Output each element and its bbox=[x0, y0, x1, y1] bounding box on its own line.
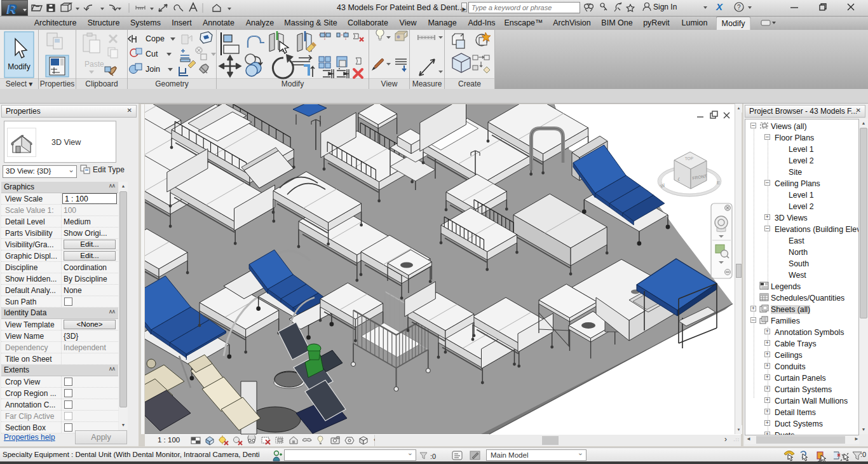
svg-text:Sign In: Sign In bbox=[653, 3, 677, 11]
svg-text:R: R bbox=[8, 2, 17, 16]
svg-text:Cut: Cut bbox=[146, 50, 158, 58]
svg-text:Join: Join bbox=[146, 65, 160, 74]
svg-text:TOP: TOP bbox=[685, 156, 694, 161]
svg-text:Cope: Cope bbox=[146, 34, 165, 43]
svg-text:?: ? bbox=[737, 4, 741, 11]
svg-text:Paste: Paste bbox=[85, 60, 104, 69]
svg-text:E: E bbox=[717, 180, 720, 186]
svg-text:Modify: Modify bbox=[8, 62, 30, 71]
svg-text:X: X bbox=[715, 1, 723, 12]
